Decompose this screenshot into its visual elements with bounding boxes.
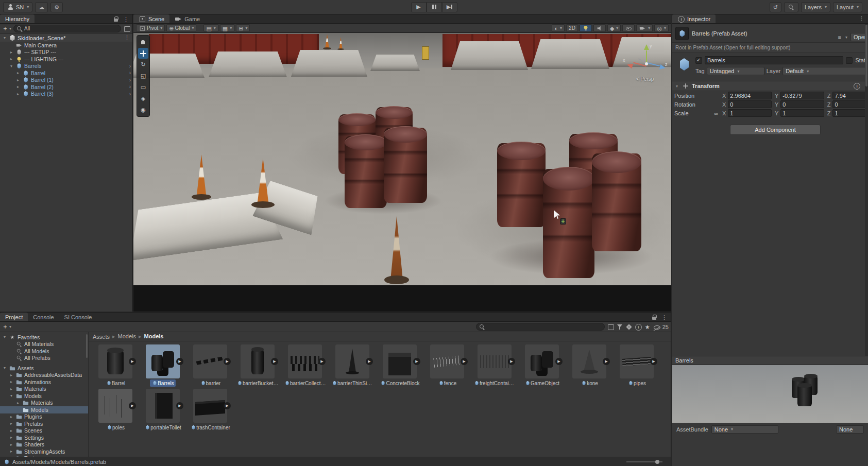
asset-thumbnail[interactable]: ▶ xyxy=(146,344,180,378)
asset-tile[interactable]: ▶ barrierBucketSing... xyxy=(235,344,280,387)
folder-tree-item[interactable]: Models xyxy=(0,406,88,413)
layers-dropdown[interactable]: Layers ▾ xyxy=(801,2,830,12)
y-value-field[interactable]: 0 xyxy=(780,100,824,108)
tab-hierarchy[interactable]: Hierarchy xyxy=(0,14,35,23)
z-value-field[interactable]: 7.94 xyxy=(832,92,868,99)
x-axis-cone[interactable] xyxy=(626,62,633,69)
grid-snapping-button[interactable]: ⊞▾ xyxy=(236,24,250,32)
subasset-expand-icon[interactable]: ▶ xyxy=(176,402,183,409)
search-everywhere-button[interactable] xyxy=(784,2,798,12)
subasset-expand-icon[interactable]: ▶ xyxy=(413,358,420,365)
hierarchy-item[interactable]: ▸ --- LIGHTING --- xyxy=(0,56,132,63)
x-value-field[interactable]: 0 xyxy=(728,100,772,108)
subasset-expand-icon[interactable]: ▶ xyxy=(271,358,278,365)
account-button[interactable]: SN ▾ xyxy=(3,2,32,12)
thumbnail-zoom-slider[interactable] xyxy=(626,461,662,462)
hidden-packages-icon[interactable] xyxy=(653,323,660,331)
expand-arrow[interactable]: ▸ xyxy=(15,401,21,405)
expand-arrow[interactable]: ▾ xyxy=(2,335,7,339)
asset-tile[interactable]: ▶ poles xyxy=(93,389,138,431)
expand-arrow[interactable]: ▸ xyxy=(15,71,21,75)
kebab-menu-icon[interactable]: ⋮ xyxy=(123,34,131,41)
prefab-open-chevron[interactable]: › xyxy=(129,84,131,90)
asset-thumbnail[interactable]: ▶ xyxy=(335,344,369,378)
pivot-mode-dropdown[interactable]: Pivot ▾ xyxy=(136,24,165,32)
asset-thumbnail[interactable]: ▶ xyxy=(288,344,322,378)
favorites-filter-icon[interactable] xyxy=(644,323,651,331)
transform-component-header[interactable]: ▾ Transform ⋮ xyxy=(672,81,868,91)
properties-icon[interactable]: ≡ xyxy=(838,33,841,41)
expand-arrow[interactable]: ▸ xyxy=(9,442,14,447)
breadcrumb-item[interactable]: Models xyxy=(110,333,136,340)
subasset-expand-icon[interactable]: ▶ xyxy=(318,358,326,365)
asset-thumbnail[interactable]: ▶ xyxy=(193,344,227,378)
info-icon[interactable] xyxy=(635,323,642,331)
project-search-input[interactable] xyxy=(487,324,602,330)
hierarchy-item[interactable]: ▸ Barrel (2) › xyxy=(0,83,132,91)
assetbundle-dropdown[interactable]: None▾ xyxy=(711,425,778,434)
subasset-expand-icon[interactable]: ▶ xyxy=(129,358,136,365)
step-button[interactable]: ▶ xyxy=(442,2,457,12)
expand-arrow[interactable]: ▸ xyxy=(9,50,14,55)
constrain-proportions-icon[interactable] xyxy=(713,110,719,116)
gizmos-dropdown[interactable]: ◎▾ xyxy=(654,24,669,32)
subasset-expand-icon[interactable]: ▶ xyxy=(508,358,515,365)
subasset-expand-icon[interactable]: ▶ xyxy=(224,358,231,365)
asset-thumbnail[interactable]: ▶ xyxy=(241,344,275,378)
label-filter-icon[interactable] xyxy=(625,323,633,331)
expand-arrow[interactable]: ▾ xyxy=(2,366,7,370)
tag-dropdown[interactable]: Untagged▾ xyxy=(707,67,764,75)
concrete-barrier[interactable] xyxy=(291,50,367,77)
barrel[interactable] xyxy=(497,143,546,227)
preview-header[interactable]: Barrels xyxy=(672,356,868,365)
lighting-toggle[interactable] xyxy=(580,24,592,32)
asset-thumbnail[interactable]: ▶ xyxy=(98,344,132,378)
folder-tree-item[interactable]: ▸ Settings xyxy=(0,434,88,441)
add-component-button[interactable]: Add Component xyxy=(730,125,821,135)
scale-tool-button[interactable]: ◱ xyxy=(138,71,148,81)
expand-arrow[interactable]: ▾ xyxy=(9,64,14,68)
inspector-scrollbar[interactable] xyxy=(865,24,868,356)
z-value-field[interactable]: 0 xyxy=(832,100,868,108)
folder-tree-item[interactable]: All Prefabs xyxy=(0,355,88,362)
asset-tile[interactable]: ▶ barrierThinSingle xyxy=(330,344,375,387)
project-area-tab[interactable]: Project xyxy=(0,313,28,321)
expand-arrow[interactable]: ▸ xyxy=(9,456,14,457)
folder-tree-item[interactable]: ▸ Shaders xyxy=(0,441,88,448)
breadcrumb-item[interactable]: Models xyxy=(136,333,163,340)
concrete-barrier[interactable] xyxy=(209,51,287,77)
foldout-arrow[interactable]: ▾ xyxy=(674,84,679,89)
expand-arrow[interactable]: ▸ xyxy=(15,92,21,96)
subasset-expand-icon[interactable]: ▶ xyxy=(129,402,136,409)
asset-tile[interactable]: ▶ trashContainer xyxy=(188,389,233,431)
move-tool-button[interactable] xyxy=(138,48,148,59)
expand-arrow[interactable]: ▸ xyxy=(9,428,14,433)
asset-thumbnail[interactable]: ▶ xyxy=(525,344,559,378)
concrete-barrier[interactable] xyxy=(531,39,609,69)
subasset-expand-icon[interactable]: ▶ xyxy=(603,358,610,365)
asset-tile[interactable]: ▶ freightContainer xyxy=(472,344,517,387)
asset-tile[interactable]: ▶ Barrel xyxy=(93,344,138,387)
scene-visibility-toggle[interactable] xyxy=(622,24,635,32)
subasset-expand-icon[interactable]: ▶ xyxy=(224,402,231,409)
gizmo-center[interactable] xyxy=(645,62,648,65)
expand-arrow[interactable]: ▸ xyxy=(9,435,14,440)
asset-tile[interactable]: ▶ barrierCollection xyxy=(282,344,328,387)
active-checkbox[interactable] xyxy=(695,57,702,64)
subasset-expand-icon[interactable]: ▶ xyxy=(650,358,657,365)
barrel[interactable] xyxy=(345,136,387,208)
hierarchy-item[interactable]: ▸ Barrel › xyxy=(0,70,132,77)
lock-icon[interactable] xyxy=(651,314,658,321)
effects-dropdown[interactable]: ◆▾ xyxy=(607,24,621,32)
expand-arrow[interactable]: ▸ xyxy=(9,373,14,377)
traffic-cone[interactable] xyxy=(384,216,410,284)
expand-arrow[interactable]: ▸ xyxy=(9,57,14,61)
project-area-tab[interactable]: SI Console xyxy=(59,313,97,321)
expand-arrow[interactable]: ▸ xyxy=(15,78,21,82)
global-local-dropdown[interactable]: ⊕ Global ▾ xyxy=(166,24,196,32)
asset-tile[interactable]: ▶ ConcreteBlock xyxy=(377,344,422,387)
asset-tile[interactable]: ▶ fence xyxy=(424,344,470,387)
help-icon[interactable] xyxy=(853,82,860,90)
hierarchy-item[interactable]: ▾ Barrels › xyxy=(0,63,132,70)
concrete-barrier[interactable] xyxy=(370,55,420,71)
